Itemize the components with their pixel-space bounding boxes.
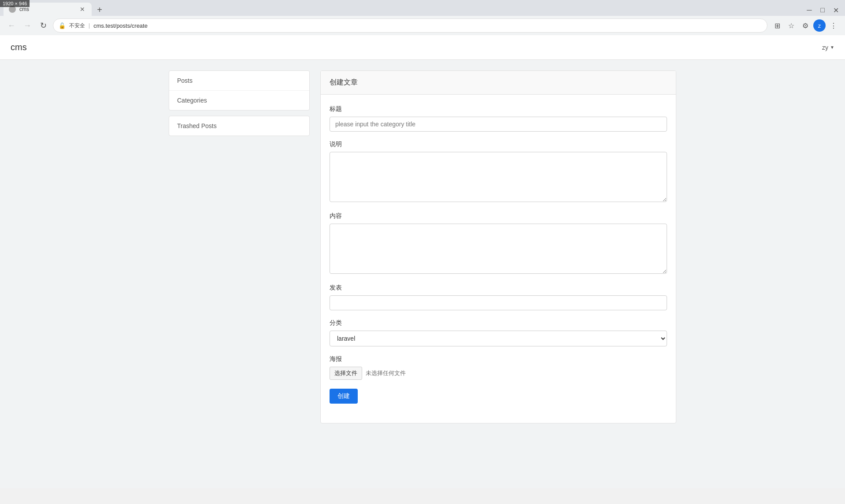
window-controls: ─ □ ✕ — [804, 4, 841, 16]
address-bar[interactable]: 🔓 不安全 | cms.test/posts/create — [53, 18, 767, 33]
description-textarea[interactable] — [330, 152, 667, 202]
tab-bar: cms ✕ + ─ □ ✕ — [0, 0, 845, 16]
category-label: 分类 — [330, 319, 667, 327]
poster-group: 海报 选择文件 未选择任何文件 — [330, 355, 667, 380]
content-body: 标题 说明 内容 发表 — [321, 95, 676, 423]
restore-button[interactable]: □ — [817, 4, 828, 16]
reload-button[interactable]: ↻ — [37, 19, 49, 32]
minimize-button[interactable]: ─ — [804, 4, 815, 16]
content-header: 创建文章 — [321, 71, 676, 95]
forward-button[interactable]: → — [21, 19, 33, 32]
app-main: Posts Categories Trashed Posts 创建文章 标题 — [158, 60, 687, 434]
address-separator: | — [89, 22, 90, 29]
sidebar-item-categories[interactable]: Categories — [169, 91, 309, 110]
bookmark-button[interactable]: ☆ — [785, 19, 797, 32]
sidebar-item-posts[interactable]: Posts — [169, 71, 309, 91]
title-label: 标题 — [330, 105, 667, 113]
publish-group: 发表 — [330, 284, 667, 310]
content-area: 创建文章 标题 说明 内容 — [320, 70, 676, 423]
toolbar-icons: ⊞ ☆ ⚙ z ⋮ — [771, 19, 840, 32]
file-input-row: 选择文件 未选择任何文件 — [330, 367, 667, 380]
file-no-file-label: 未选择任何文件 — [366, 369, 406, 377]
new-tab-button[interactable]: + — [93, 4, 106, 16]
create-post-form: 标题 说明 内容 发表 — [330, 105, 667, 404]
submit-button[interactable]: 创建 — [330, 389, 358, 404]
sidebar-group-main: Posts Categories — [169, 70, 310, 110]
sidebar: Posts Categories Trashed Posts — [169, 70, 310, 423]
app-wrapper: cms zy ▼ Posts Categories Trashed Posts … — [0, 35, 845, 488]
url-text[interactable]: cms.test/posts/create — [93, 22, 762, 29]
content-label: 内容 — [330, 212, 667, 220]
sidebar-group-trash: Trashed Posts — [169, 116, 310, 136]
tab-title: cms — [19, 6, 75, 12]
file-choose-button[interactable]: 选择文件 — [330, 367, 362, 380]
profile-button[interactable]: z — [813, 19, 826, 32]
category-group: 分类 laravel — [330, 319, 667, 346]
app-user-menu[interactable]: zy ▼ — [822, 44, 834, 51]
description-label: 说明 — [330, 140, 667, 148]
page-title: 创建文章 — [330, 78, 667, 87]
translate-button[interactable]: ⊞ — [771, 19, 783, 32]
security-icon: 🔓 — [59, 22, 66, 29]
publish-input[interactable] — [330, 295, 667, 310]
close-button[interactable]: ✕ — [830, 4, 841, 16]
publish-label: 发表 — [330, 284, 667, 292]
back-button[interactable]: ← — [5, 19, 18, 32]
category-select[interactable]: laravel — [330, 331, 667, 346]
title-group: 标题 — [330, 105, 667, 132]
poster-label: 海报 — [330, 355, 667, 363]
browser-chrome: cms ✕ + ─ □ ✕ ← → ↻ 🔓 不安全 | cms.test/pos… — [0, 0, 845, 35]
app-logo[interactable]: cms — [11, 42, 27, 52]
app-navbar: cms zy ▼ — [0, 35, 845, 60]
app-username: zy — [822, 44, 828, 51]
resolution-badge: 1920 × 946 — [0, 0, 30, 7]
title-input[interactable] — [330, 117, 667, 132]
address-bar-row: ← → ↻ 🔓 不安全 | cms.test/posts/create ⊞ ☆ … — [0, 16, 845, 35]
content-group: 内容 — [330, 212, 667, 275]
not-secure-label: 不安全 — [69, 22, 85, 29]
tab-close-button[interactable]: ✕ — [78, 5, 86, 13]
menu-button[interactable]: ⋮ — [827, 19, 840, 32]
chevron-down-icon: ▼ — [830, 45, 834, 50]
sidebar-item-trashed-posts[interactable]: Trashed Posts — [169, 116, 309, 136]
description-group: 说明 — [330, 140, 667, 203]
submit-group: 创建 — [330, 389, 667, 404]
content-textarea[interactable] — [330, 224, 667, 274]
settings-button[interactable]: ⚙ — [799, 19, 812, 32]
